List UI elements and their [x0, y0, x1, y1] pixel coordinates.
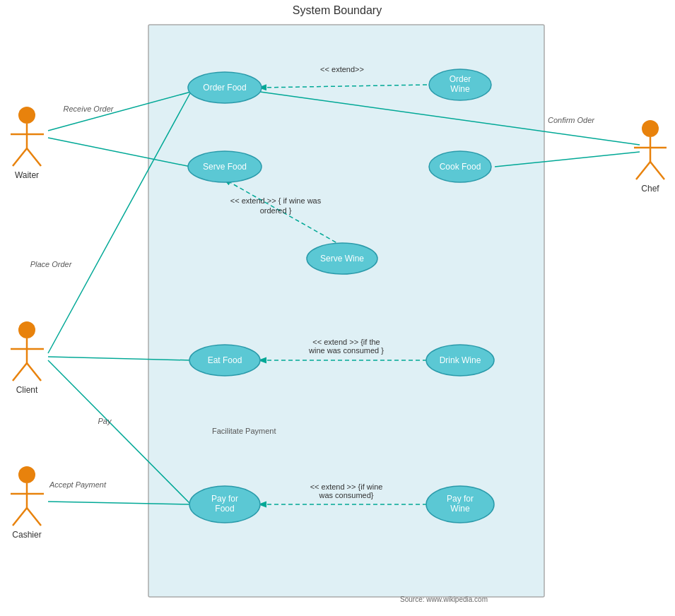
usecase-order-wine-label2: Wine: [450, 84, 470, 94]
edge-accept-payment: Accept Payment: [49, 480, 107, 489]
client-head: [18, 321, 35, 338]
chef-label: Chef: [641, 184, 659, 194]
extend-label-3b: wine was consumed }: [308, 346, 384, 355]
usecase-pay-wine-label2: Wine: [450, 504, 470, 514]
client-leg-left: [13, 363, 27, 381]
extend-label-1: << extend>>: [320, 65, 364, 73]
usecase-pay-wine-label1: Pay for: [447, 494, 474, 504]
extend-label-3: << extend >> {if the: [312, 338, 380, 346]
client-label: Client: [16, 385, 38, 395]
usecase-cook-food-label: Cook Food: [440, 162, 481, 172]
extend-label-2: << extend >> { if wine was: [230, 196, 322, 205]
edge-place-order: Place Order: [30, 260, 73, 268]
edge-pay: Pay: [98, 417, 112, 425]
waiter-head: [18, 107, 35, 124]
waiter-label: Waiter: [15, 170, 39, 180]
waiter-leg-right: [27, 148, 41, 166]
cashier-label: Cashier: [12, 530, 41, 540]
cashier-head: [18, 466, 35, 483]
edge-receive-order: Receive Order: [64, 105, 115, 113]
usecase-order-food-label: Order Food: [203, 83, 246, 93]
cashier-leg-right: [27, 508, 41, 526]
usecase-serve-food-label: Serve Food: [203, 162, 247, 172]
usecase-pay-food-label1: Pay for: [211, 494, 238, 504]
usecase-eat-food-label: Eat Food: [208, 355, 242, 365]
waiter-leg-left: [13, 148, 27, 166]
chef-leg-left: [636, 162, 650, 179]
diagram-canvas: System Boundary Order Food Order Wine Se…: [0, 0, 675, 616]
source-label: Source: www.wikipedia.com: [400, 596, 488, 603]
edge-facilitate-payment: Facilitate Payment: [212, 427, 276, 435]
edge-confirm-order: Confirm Oder: [548, 116, 595, 124]
usecase-pay-food-label2: Food: [215, 504, 234, 514]
usecase-drink-wine-label: Drink Wine: [440, 355, 481, 365]
diagram-title: System Boundary: [293, 4, 382, 16]
usecase-serve-wine-label: Serve Wine: [320, 254, 364, 263]
extend-label-2b: ordered }: [260, 206, 292, 215]
client-leg-right: [27, 363, 41, 381]
usecase-order-wine-label: Order: [450, 74, 471, 84]
cashier-leg-left: [13, 508, 27, 526]
extend-label-4: << extend >> {if wine: [310, 482, 383, 491]
extend-label-4b: was consumed}: [318, 491, 373, 499]
use-case-diagram: System Boundary Order Food Order Wine Se…: [0, 0, 675, 616]
chef-leg-right: [650, 162, 664, 179]
chef-head: [642, 120, 659, 137]
